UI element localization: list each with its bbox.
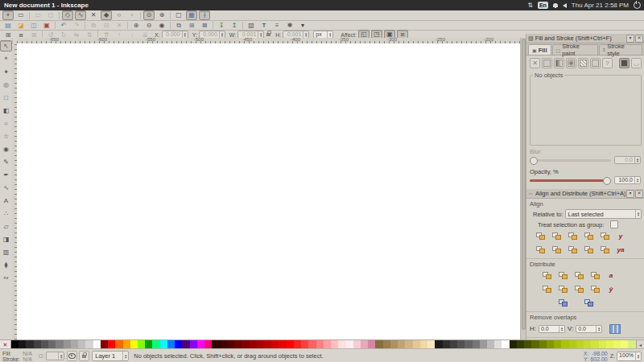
zoom-fit-icon[interactable]: ◉ (156, 21, 167, 31)
distribute-text-anchors-button[interactable]: a (604, 269, 618, 282)
fill-rule-nonzero-button[interactable] (619, 58, 630, 68)
snap-midpoints-icon[interactable]: ◦ (126, 10, 138, 20)
keyboard-layout-indicator[interactable]: En (538, 2, 548, 9)
sound-icon[interactable] (563, 3, 567, 8)
tool-star[interactable]: ☆ (0, 130, 12, 142)
panel-close-button[interactable]: ✕ (635, 35, 643, 43)
snap-cusp-nodes-icon[interactable]: ◆ (101, 10, 112, 20)
tool-calligraphy[interactable]: ∿ (0, 182, 12, 193)
snap-enable-icon[interactable]: ⌖ (2, 10, 14, 20)
tool-bezier-pen[interactable]: ✒ (0, 169, 12, 180)
tool-pencil[interactable]: ✎ (0, 156, 12, 167)
fill-rule-evenodd-button[interactable]: ◡ (631, 58, 642, 68)
export-icon[interactable]: ↥ (229, 21, 240, 31)
snap-page-border-icon[interactable]: ▢ (173, 10, 184, 20)
align-right-to-left-anchor-button[interactable] (533, 230, 547, 242)
distribute-text-baselines-button[interactable]: ẏ (604, 283, 618, 295)
pattern-button[interactable] (578, 58, 588, 68)
fill-stroke-dialog-icon[interactable]: ▧ (246, 21, 257, 31)
object-opacity-field[interactable]: ▲▼ (46, 352, 64, 360)
distribute-vertical-gaps-button[interactable] (588, 283, 602, 295)
snap-nodes-icon[interactable]: ◇ (62, 10, 73, 20)
linear-gradient-button[interactable] (554, 58, 564, 68)
text-align-vertical-button[interactable]: ya (613, 244, 628, 256)
toolbar-overflow-icon[interactable]: ▾ (297, 21, 308, 31)
text-align-horizontal-button[interactable]: y (613, 230, 628, 242)
tool-spray[interactable]: ∴ (0, 208, 12, 219)
align-bottom-edges-button[interactable] (581, 244, 596, 256)
tool-eraser[interactable]: ▱ (0, 220, 12, 232)
duplicate-icon[interactable]: ⧉ (173, 21, 184, 31)
tool-gradient[interactable]: ▥ (0, 246, 12, 257)
radial-gradient-button[interactable] (566, 58, 576, 68)
snap-paths-icon[interactable]: ∿ (75, 10, 86, 20)
distribute-right-edges-button[interactable] (572, 269, 586, 282)
align-right-edges-button[interactable] (581, 230, 596, 242)
preferences-icon[interactable]: ✱ (284, 21, 295, 31)
tool-spiral[interactable]: ◉ (0, 143, 12, 154)
tool-tweak[interactable]: ✦ (0, 66, 12, 77)
tool-selector[interactable]: ↖ (0, 40, 12, 51)
distribute-horizontal-gaps-button[interactable] (588, 269, 602, 282)
tool-paint-bucket[interactable]: ◨ (0, 233, 12, 245)
create-clone-icon[interactable]: ⊞ (186, 21, 197, 31)
tool-connector[interactable]: ∾ (0, 272, 12, 283)
text-dialog-icon[interactable]: T (258, 21, 270, 31)
center-horizontal-axis-button[interactable] (565, 244, 580, 256)
align-left-to-right-anchor-button[interactable] (597, 230, 612, 242)
panel-close-button[interactable]: ✕ (635, 190, 643, 198)
opacity-slider[interactable] (530, 179, 611, 182)
v-gap-field[interactable]: 0.0▲▼ (576, 325, 602, 333)
zoom-field[interactable]: 100%▲▼ (617, 352, 642, 361)
blur-slider[interactable] (530, 159, 611, 162)
align-panel-header[interactable]: ⇔ Align and Distribute (Shift+Ctrl+A) ▾ … (526, 189, 644, 199)
lock-ratio-icon[interactable] (266, 33, 270, 36)
treat-as-group-checkbox[interactable] (610, 220, 618, 228)
snap-bbox-edges-icon[interactable]: ▭ (32, 10, 43, 20)
clock[interactable]: Thu Apr 21 2:58 PM (572, 2, 629, 9)
align-left-edges-button[interactable] (549, 230, 564, 242)
snap-path-intersections-icon[interactable]: ✕ (88, 10, 99, 20)
network-icon[interactable]: ⇅ (527, 2, 533, 9)
snap-grid-icon[interactable]: ▦ (186, 10, 197, 20)
unknown-paint-button[interactable]: ? (602, 58, 613, 68)
tab-fill[interactable]: ▣Fill (528, 44, 551, 55)
align-top-edges-button[interactable] (549, 244, 564, 256)
current-layer-select[interactable]: Layer 1 ▲▼ (92, 351, 129, 361)
center-vertical-axis-button[interactable] (565, 230, 580, 242)
align-bottom-to-top-anchor-button[interactable] (533, 244, 547, 256)
snap-object-centers-icon[interactable]: ⊙ (143, 10, 155, 20)
panel-iconify-button[interactable]: ▾ (626, 190, 634, 198)
unlink-clone-icon[interactable]: ⊠ (199, 21, 210, 31)
notifications-icon[interactable] (553, 3, 558, 7)
power-icon[interactable] (634, 2, 641, 9)
unclump-objects-button[interactable] (581, 297, 596, 309)
h-gap-field[interactable]: 0.0▲▼ (539, 325, 565, 333)
swatch-button[interactable] (590, 58, 601, 68)
relative-to-select[interactable]: Last selected ▲▼ (565, 209, 642, 219)
xml-editor-icon[interactable]: ≡ (271, 21, 283, 31)
snap-smooth-nodes-icon[interactable]: ○ (114, 10, 125, 20)
distribute-centers-horizontally-button[interactable] (555, 269, 570, 282)
tool-rectangle[interactable]: □ (0, 92, 12, 103)
tool-zoom[interactable]: ◎ (0, 79, 12, 90)
opacity-value-field[interactable]: 100.0▲▼ (614, 176, 641, 184)
blur-value-field[interactable]: 0.0▲▼ (614, 156, 641, 164)
layer-visibility-toggle[interactable] (67, 351, 77, 361)
tab-stroke-paint[interactable]: ▢Stroke paint (552, 44, 598, 55)
fill-stroke-indicator[interactable]: Fill: N/A Stroke: N/A (2, 351, 32, 362)
no-paint-button[interactable]: ✕ (530, 58, 540, 68)
tool-text[interactable]: A (0, 195, 12, 206)
snap-rotation-centers-icon[interactable]: ⊕ (156, 10, 167, 20)
align-top-to-bottom-anchor-button[interactable] (597, 244, 612, 256)
distribute-top-edges-button[interactable] (539, 283, 554, 295)
tab-stroke-style[interactable]: ≡Stroke style (599, 44, 642, 55)
import-icon[interactable]: ↧ (216, 21, 227, 31)
tool-dropper[interactable]: ⧫ (0, 259, 12, 270)
distribute-bottom-edges-button[interactable] (572, 283, 586, 295)
snap-bounding-box-icon[interactable]: ▭ (15, 10, 27, 20)
snap-bbox-corners-icon[interactable]: ◻ (45, 10, 56, 20)
flat-color-button[interactable] (542, 58, 552, 68)
distribute-left-edges-button[interactable] (539, 269, 554, 282)
opacity-slider-handle[interactable] (603, 177, 611, 185)
